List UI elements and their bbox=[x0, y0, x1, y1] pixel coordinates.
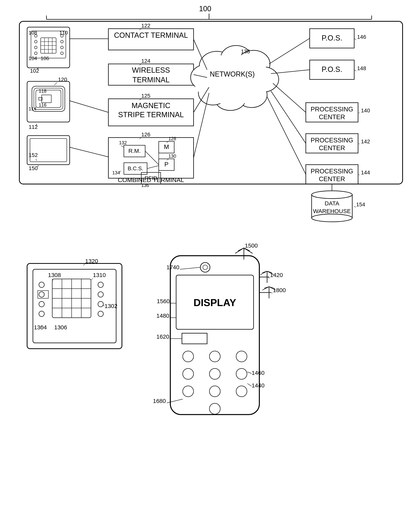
svg-text:1800: 1800 bbox=[273, 287, 286, 293]
svg-text:TERMINAL: TERMINAL bbox=[132, 76, 170, 84]
svg-text:1680: 1680 bbox=[153, 398, 166, 404]
svg-rect-176 bbox=[170, 256, 259, 414]
svg-text:WIRELESS: WIRELESS bbox=[132, 66, 170, 74]
svg-text:1620: 1620 bbox=[156, 333, 169, 340]
svg-text:110: 110 bbox=[60, 30, 68, 36]
svg-text:104: 104 bbox=[29, 55, 37, 61]
svg-point-128 bbox=[312, 214, 352, 222]
svg-text:152: 152 bbox=[29, 152, 38, 158]
svg-text:1740: 1740 bbox=[166, 264, 180, 270]
svg-text:1500: 1500 bbox=[245, 242, 258, 249]
svg-text:124: 124 bbox=[141, 58, 150, 64]
svg-text:132: 132 bbox=[119, 140, 127, 145]
svg-text:122: 122 bbox=[141, 23, 150, 29]
svg-text:M: M bbox=[164, 143, 169, 150]
svg-text:154: 154 bbox=[356, 201, 365, 207]
svg-text:1560: 1560 bbox=[157, 298, 170, 304]
svg-text:B.C.S.: B.C.S. bbox=[128, 165, 143, 171]
svg-text:125: 125 bbox=[141, 93, 150, 99]
svg-text:STRIPE TERMINAL: STRIPE TERMINAL bbox=[118, 111, 184, 119]
svg-text:PROCESSING: PROCESSING bbox=[311, 168, 353, 175]
svg-text:WAREHOUSE: WAREHOUSE bbox=[313, 208, 351, 214]
svg-text:1420: 1420 bbox=[270, 272, 283, 278]
svg-text:140: 140 bbox=[361, 107, 370, 114]
svg-text:P: P bbox=[164, 161, 168, 168]
svg-text:P.O.S.: P.O.S. bbox=[322, 34, 342, 42]
svg-text:MAGNETIC: MAGNETIC bbox=[132, 101, 171, 110]
svg-point-100 bbox=[194, 54, 271, 105]
svg-text:DISPLAY: DISPLAY bbox=[194, 297, 236, 308]
svg-text:1310: 1310 bbox=[93, 272, 106, 278]
svg-text:RFID: RFID bbox=[145, 175, 157, 181]
svg-text:138: 138 bbox=[241, 48, 250, 54]
svg-text:106: 106 bbox=[41, 55, 49, 61]
svg-text:128: 128 bbox=[168, 136, 176, 141]
svg-text:108: 108 bbox=[29, 30, 37, 36]
diagram-container: 100 108 110 104 1 bbox=[0, 0, 420, 512]
svg-text:118: 118 bbox=[39, 88, 46, 94]
svg-text:120: 120 bbox=[58, 76, 67, 83]
svg-text:R.M.: R.M. bbox=[128, 148, 141, 154]
svg-text:PROCESSING: PROCESSING bbox=[311, 106, 353, 113]
svg-text:144: 144 bbox=[361, 169, 370, 176]
svg-text:136: 136 bbox=[141, 183, 149, 188]
svg-text:CENTER: CENTER bbox=[319, 175, 345, 183]
svg-text:142: 142 bbox=[361, 138, 370, 145]
svg-text:1304: 1304 bbox=[34, 324, 47, 330]
svg-point-127 bbox=[312, 191, 352, 199]
svg-text:114: 114 bbox=[29, 106, 36, 111]
svg-text:130: 130 bbox=[168, 153, 176, 159]
svg-text:150: 150 bbox=[29, 165, 38, 171]
svg-text:1302: 1302 bbox=[105, 303, 118, 309]
svg-text:NETWORK(S): NETWORK(S) bbox=[210, 70, 255, 78]
svg-text:1480: 1480 bbox=[156, 313, 169, 319]
svg-text:1306: 1306 bbox=[54, 324, 67, 330]
svg-text:PROCESSING: PROCESSING bbox=[311, 137, 353, 144]
svg-text:1308: 1308 bbox=[48, 272, 61, 278]
svg-text:DATA: DATA bbox=[325, 200, 339, 206]
svg-text:1460: 1460 bbox=[252, 370, 265, 376]
svg-text:146: 146 bbox=[357, 34, 366, 40]
svg-text:1440: 1440 bbox=[252, 382, 265, 389]
svg-text:126: 126 bbox=[141, 131, 150, 138]
svg-text:P.O.S.: P.O.S. bbox=[322, 65, 342, 73]
svg-text:148: 148 bbox=[357, 65, 366, 71]
svg-text:CENTER: CENTER bbox=[319, 113, 345, 121]
svg-text:100: 100 bbox=[199, 5, 211, 13]
svg-text:134: 134 bbox=[112, 170, 120, 175]
svg-text:116: 116 bbox=[39, 102, 46, 107]
svg-text:CONTACT TERMINAL: CONTACT TERMINAL bbox=[114, 31, 188, 39]
svg-text:1320: 1320 bbox=[85, 258, 98, 264]
svg-text:CENTER: CENTER bbox=[319, 144, 345, 152]
